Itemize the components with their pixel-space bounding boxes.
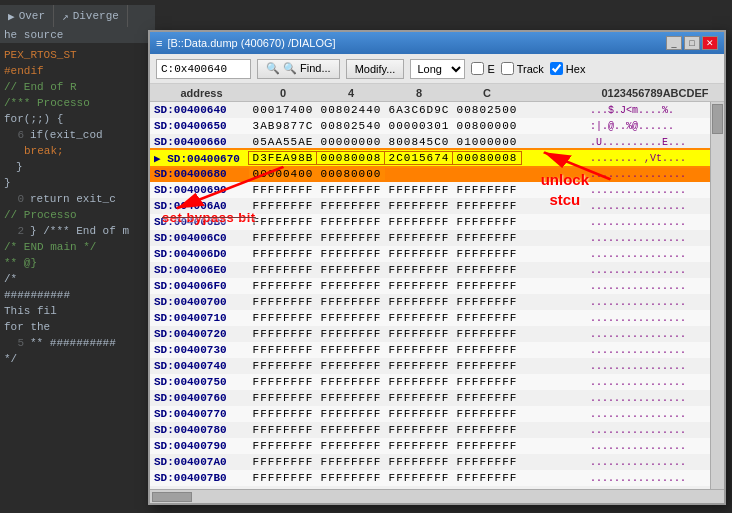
maximize-button[interactable]: □ <box>684 36 700 50</box>
col-ascii-header: 0123456789ABCDEF <box>590 87 720 99</box>
table-row[interactable]: SD:004006D0FFFFFFFFFFFFFFFFFFFFFFFFFFFFF… <box>150 246 724 262</box>
col-8-header: 8 <box>385 87 453 99</box>
table-row[interactable]: SD:004006F0FFFFFFFFFFFFFFFFFFFFFFFFFFFFF… <box>150 278 724 294</box>
minimize-button[interactable]: _ <box>666 36 682 50</box>
col-4-header: 4 <box>317 87 385 99</box>
dialog-titlebar: ≡ [B::Data.dump (400670) /DIALOG] _ □ ✕ <box>150 32 724 54</box>
table-row[interactable]: SD:00400760FFFFFFFFFFFFFFFFFFFFFFFFFFFFF… <box>150 390 724 406</box>
tab-over[interactable]: ▶ Over <box>0 5 54 27</box>
data-rows: SD:00400640 00017400 00802440 6A3C6D9C 0… <box>150 102 724 489</box>
close-button[interactable]: ✕ <box>702 36 718 50</box>
type-select[interactable]: Long Byte Word Quad <box>410 59 465 79</box>
tab-bar: ▶ Over ↗ Diverge <box>0 5 155 27</box>
address-input[interactable] <box>156 59 251 79</box>
horizontal-scrollbar[interactable] <box>150 489 724 503</box>
table-row[interactable]: SD:00400790FFFFFFFFFFFFFFFFFFFFFFFFFFFFF… <box>150 438 724 454</box>
tab-diverge[interactable]: ↗ Diverge <box>54 5 128 27</box>
table-row[interactable]: SD:00400680 00000400 00080000 ..........… <box>150 166 724 182</box>
modify-button[interactable]: Modify... <box>346 59 405 79</box>
table-row[interactable]: SD:00400720FFFFFFFFFFFFFFFFFFFFFFFFFFFFF… <box>150 326 724 342</box>
diverge-icon: ↗ <box>62 10 69 23</box>
col-0-header: 0 <box>249 87 317 99</box>
source-label: he source <box>0 27 155 43</box>
table-row[interactable]: SD:004006E0FFFFFFFFFFFFFFFFFFFFFFFFFFFFF… <box>150 262 724 278</box>
vertical-scrollbar[interactable] <box>710 102 724 489</box>
dialog-toolbar: 🔍 🔍 Find... Modify... Long Byte Word Qua… <box>150 54 724 84</box>
table-row[interactable]: SD:00400690FFFFFFFFFFFFFFFFFFFFFFFFFFFFF… <box>150 182 724 198</box>
table-row[interactable]: SD:00400770FFFFFFFFFFFFFFFFFFFFFFFFFFFFF… <box>150 406 724 422</box>
data-container: SD:00400640 00017400 00802440 6A3C6D9C 0… <box>150 102 724 489</box>
table-row[interactable]: SD:004007A0FFFFFFFFFFFFFFFFFFFFFFFFFFFFF… <box>150 454 724 470</box>
dialog-icon: ≡ <box>156 37 162 49</box>
table-row[interactable]: SD:004007C0FFFFFFFFFFFFFFFFFFFFFFFFFFFFF… <box>150 486 724 489</box>
dialog-title: [B::Data.dump (400670) /DIALOG] <box>167 37 335 49</box>
column-headers: address 0 4 8 C 0123456789ABCDEF <box>150 84 724 102</box>
table-row[interactable]: SD:00400650 3AB9877C 00802540 00000301 0… <box>150 118 724 134</box>
table-row[interactable]: SD:00400740FFFFFFFFFFFFFFFFFFFFFFFFFFFFF… <box>150 358 724 374</box>
table-row[interactable]: SD:00400750FFFFFFFFFFFFFFFFFFFFFFFFFFFFF… <box>150 374 724 390</box>
table-row[interactable]: SD:004006B0FFFFFFFFFFFFFFFFFFFFFFFFFFFFF… <box>150 214 724 230</box>
over-icon: ▶ <box>8 10 15 23</box>
checkbox-track[interactable] <box>501 62 514 75</box>
table-row[interactable]: SD:004006C0FFFFFFFFFFFFFFFFFFFFFFFFFFFFF… <box>150 230 724 246</box>
code-panel: ▶ Over ↗ Diverge he source PEX_RTOS_ST #… <box>0 0 155 513</box>
scrollbar-thumb[interactable] <box>712 104 723 134</box>
col-address-header: address <box>154 87 249 99</box>
checkbox-e[interactable] <box>471 62 484 75</box>
table-row[interactable]: SD:00400730FFFFFFFFFFFFFFFFFFFFFFFFFFFFF… <box>150 342 724 358</box>
checkbox-track-label[interactable]: Track <box>501 62 544 75</box>
table-row[interactable]: SD:00400710FFFFFFFFFFFFFFFFFFFFFFFFFFFFF… <box>150 310 724 326</box>
dialog-window: ≡ [B::Data.dump (400670) /DIALOG] _ □ ✕ … <box>148 30 726 505</box>
checkbox-hex-label[interactable]: Hex <box>550 62 586 75</box>
table-row[interactable]: SD:00400660 05AA55AE 00000000 800845C0 0… <box>150 134 724 150</box>
checkbox-e-label[interactable]: E <box>471 62 494 75</box>
col-c-header: C <box>453 87 521 99</box>
checkbox-hex[interactable] <box>550 62 563 75</box>
hscroll-thumb[interactable] <box>152 492 192 502</box>
find-button[interactable]: 🔍 🔍 Find... <box>257 59 340 79</box>
table-row[interactable]: ▶ SD:00400670 D3FEA98B 00080008 2C015674… <box>150 150 724 166</box>
table-row[interactable]: SD:004007B0FFFFFFFFFFFFFFFFFFFFFFFFFFFFF… <box>150 470 724 486</box>
table-row[interactable]: SD:00400700FFFFFFFFFFFFFFFFFFFFFFFFFFFFF… <box>150 294 724 310</box>
code-lines: PEX_RTOS_ST #endif // End of R /*** Proc… <box>0 43 155 371</box>
window-buttons: _ □ ✕ <box>666 36 718 50</box>
table-row[interactable]: SD:004006A0FFFFFFFFFFFFFFFFFFFFFFFFFFFFF… <box>150 198 724 214</box>
modify-label: Modify... <box>355 63 396 75</box>
table-row[interactable]: SD:00400640 00017400 00802440 6A3C6D9C 0… <box>150 102 724 118</box>
tab-diverge-label: Diverge <box>73 10 119 22</box>
tab-over-label: Over <box>19 10 45 22</box>
table-row[interactable]: SD:00400780FFFFFFFFFFFFFFFFFFFFFFFFFFFFF… <box>150 422 724 438</box>
title-left: ≡ [B::Data.dump (400670) /DIALOG] <box>156 37 336 49</box>
find-icon: 🔍 <box>266 62 280 75</box>
col-hex-headers: 0 4 8 C <box>249 87 590 99</box>
